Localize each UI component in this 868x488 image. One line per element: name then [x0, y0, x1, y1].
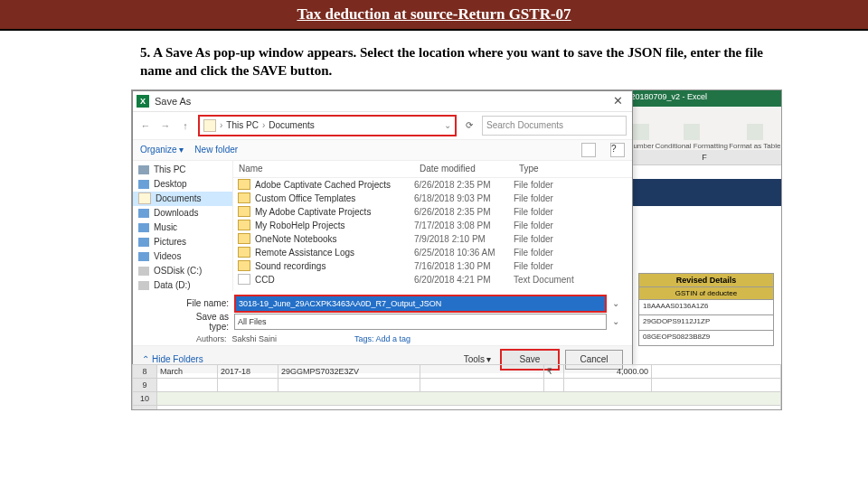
- sidebar-item-music[interactable]: Music: [133, 221, 232, 235]
- excel-column-header: F: [627, 150, 781, 165]
- excel-ribbon: Number Conditional Formatting Format as …: [627, 107, 781, 153]
- sidebar-item-downloads[interactable]: Downloads: [133, 206, 232, 221]
- folder-icon: [203, 119, 216, 132]
- dialog-title: Save As: [155, 96, 191, 107]
- list-item[interactable]: My Adobe Captivate Projects6/26/2018 2:3…: [233, 205, 632, 219]
- filename-input[interactable]: 3018-19_June_29ACXPK3463AA0D_R7_Output_J…: [234, 295, 607, 313]
- screenshot-container: y_20180709_v2 - Excel Number Conditional…: [131, 89, 782, 410]
- revised-row: 18AAAAS0136A1Z6: [638, 300, 774, 315]
- savetype-label: Save as type:: [175, 312, 229, 332]
- breadcrumb-current[interactable]: Documents: [269, 120, 315, 130]
- folder-icon: [238, 179, 250, 190]
- filename-label: File name:: [175, 298, 229, 308]
- column-type[interactable]: Type: [519, 164, 632, 174]
- list-item[interactable]: Adobe Captivate Cached Projects6/26/2018…: [233, 178, 632, 192]
- tools-button[interactable]: Tools▾: [464, 354, 491, 364]
- authors-value[interactable]: Sakshi Saini: [232, 334, 278, 343]
- breadcrumb-parent[interactable]: This PC: [226, 120, 259, 130]
- up-icon[interactable]: ↑: [178, 118, 193, 133]
- hide-folders-button[interactable]: ⌃Hide Folders: [142, 354, 203, 364]
- folder-icon: [238, 192, 250, 203]
- list-item[interactable]: OneNote Notebooks7/9/2018 2:10 PMFile fo…: [233, 232, 632, 246]
- sidebar-item-thispc[interactable]: This PC: [133, 163, 232, 177]
- excel-highlight-row: [627, 179, 781, 206]
- table-row[interactable]: 10: [133, 391, 781, 405]
- organize-button[interactable]: Organize ▾: [140, 145, 184, 155]
- chevron-down-icon[interactable]: ⌄: [612, 316, 623, 326]
- sidebar-item-documents[interactable]: Documents: [133, 192, 232, 206]
- revised-subheader: GSTIN of deductee: [638, 287, 774, 300]
- table-row[interactable]: 8 March 2017-18 29GGMPS7032E3ZV ₹ 4,000.…: [133, 364, 781, 378]
- instruction-text: 5. A Save As pop-up window appears. Sele…: [140, 43, 778, 80]
- list-item[interactable]: Remote Assistance Logs6/25/2018 10:36 AM…: [233, 246, 632, 259]
- view-icon[interactable]: [581, 143, 596, 157]
- file-icon: [238, 274, 250, 285]
- tags-value[interactable]: Add a tag: [376, 334, 411, 343]
- new-folder-button[interactable]: New folder: [194, 145, 238, 155]
- table-row[interactable]: 11: [133, 405, 781, 410]
- savetype-select[interactable]: All Files: [234, 314, 607, 330]
- excel-rows: 8 March 2017-18 29GGMPS7032E3ZV ₹ 4,000.…: [132, 364, 781, 410]
- file-list: Name Date modified Type Adobe Captivate …: [233, 161, 632, 291]
- table-row[interactable]: 9: [133, 378, 781, 391]
- list-item[interactable]: CCD6/20/2018 4:21 PMText Document: [233, 273, 632, 286]
- sidebar-item-desktop[interactable]: Desktop: [133, 177, 232, 192]
- column-modified[interactable]: Date modified: [420, 164, 519, 174]
- chevron-up-icon: ⌃: [142, 354, 149, 364]
- list-item[interactable]: Custom Office Templates6/18/2018 9:03 PM…: [233, 192, 632, 205]
- breadcrumb[interactable]: › This PC › Documents ⌄: [198, 115, 457, 136]
- close-icon[interactable]: ✕: [608, 94, 628, 108]
- folder-icon: [238, 220, 250, 230]
- excel-background: y_20180709_v2 - Excel Number Conditional…: [627, 90, 781, 409]
- back-icon[interactable]: ←: [138, 118, 153, 133]
- folder-icon: [238, 247, 250, 258]
- list-item[interactable]: Sound recordings7/16/2018 1:30 PMFile fo…: [233, 259, 632, 273]
- column-name[interactable]: Name: [233, 164, 420, 174]
- tags-label: Tags:: [354, 334, 374, 343]
- folder-icon: [238, 233, 250, 244]
- page-title-bar: Tax deduction at source-Return GSTR-07: [0, 0, 868, 31]
- sidebar: This PC Desktop Documents Downloads Musi…: [133, 161, 233, 291]
- folder-icon: [238, 206, 250, 217]
- chevron-down-icon[interactable]: ⌄: [612, 298, 623, 308]
- list-item[interactable]: My RoboHelp Projects7/17/2018 3:08 PMFil…: [233, 219, 632, 232]
- sidebar-item-osdisk[interactable]: OSDisk (C:): [133, 264, 232, 278]
- folder-icon: [238, 260, 250, 271]
- revised-row: 08GEOPS0823B8Z9: [638, 331, 774, 346]
- revised-row: 29GDOPS9112J1ZP: [638, 315, 774, 331]
- authors-label: Authors:: [196, 334, 227, 343]
- revised-header: Revised Details: [638, 273, 774, 287]
- refresh-icon[interactable]: ⟳: [462, 118, 476, 133]
- sidebar-item-pictures[interactable]: Pictures: [133, 235, 232, 249]
- sidebar-item-data[interactable]: Data (D:): [133, 278, 232, 291]
- chevron-down-icon[interactable]: ⌄: [444, 120, 451, 130]
- chevron-down-icon: ▾: [486, 354, 491, 364]
- sidebar-item-videos[interactable]: Videos: [133, 249, 232, 264]
- help-icon[interactable]: ?: [610, 143, 625, 157]
- search-input[interactable]: Search Documents: [482, 116, 627, 136]
- save-as-dialog: X Save As ✕ ← → ↑ › This PC › Documents …: [132, 90, 633, 365]
- forward-icon[interactable]: →: [158, 118, 173, 133]
- excel-icon: X: [137, 95, 149, 108]
- revised-details-box: Revised Details GSTIN of deductee 18AAAA…: [638, 273, 774, 346]
